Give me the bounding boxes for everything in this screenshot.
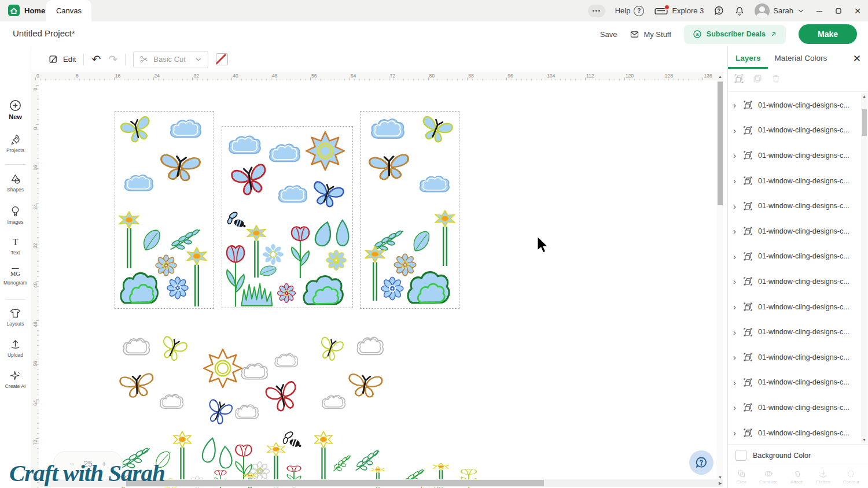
- canvas-sprite-bush[interactable]: [119, 266, 160, 305]
- user-account-menu[interactable]: Sarah: [755, 3, 805, 19]
- layer-row[interactable]: ›01-window-cling-designs-c...: [728, 345, 860, 370]
- canvas-sprite-leafdrop[interactable]: [330, 217, 352, 249]
- feedback-icon[interactable]: [713, 5, 724, 16]
- tab-material-colors[interactable]: Material Colors: [775, 54, 827, 62]
- duplicate-icon[interactable]: [752, 73, 763, 84]
- expand-chevron-icon[interactable]: ›: [733, 201, 738, 211]
- scroll-right-arrow-icon[interactable]: ▶: [719, 481, 722, 485]
- close-panel-icon[interactable]: ✕: [853, 54, 861, 64]
- close-window-button[interactable]: ✕: [853, 6, 862, 16]
- canvas-sprite-cloud[interactable]: [159, 391, 184, 411]
- scroll-down-arrow-icon[interactable]: ▼: [862, 438, 866, 442]
- canvas-sprite-butterfly[interactable]: [202, 393, 236, 429]
- sidebar-item-shapes[interactable]: Shapes: [0, 173, 31, 193]
- machine-selector[interactable]: Explore 3: [654, 6, 704, 15]
- expand-chevron-icon[interactable]: ›: [733, 352, 738, 362]
- canvas-sprite-butterfly[interactable]: [345, 368, 386, 401]
- layer-row[interactable]: ›01-window-cling-designs-c...: [728, 244, 860, 269]
- canvas-sprite-cloud[interactable]: [267, 140, 301, 164]
- tab-layers[interactable]: Layers: [735, 54, 761, 62]
- save-button[interactable]: Save: [600, 30, 617, 39]
- canvas-sprite-cloud[interactable]: [321, 392, 346, 411]
- layer-row[interactable]: ›01-window-cling-designs-c...: [728, 370, 860, 395]
- canvas-sprite-sun[interactable]: [203, 348, 243, 389]
- layer-row[interactable]: ›01-window-cling-designs-c...: [728, 294, 860, 320]
- layer-row[interactable]: ›01-window-cling-designs-c...: [728, 93, 860, 118]
- canvas-sprite-leaf[interactable]: [139, 227, 164, 254]
- sidebar-item-images[interactable]: Images: [0, 205, 31, 225]
- expand-chevron-icon[interactable]: ›: [733, 125, 738, 135]
- canvas-sprite-butterfly[interactable]: [365, 148, 413, 184]
- panel-scrollbar[interactable]: ▲ ▼: [861, 93, 867, 443]
- notifications-bell-icon[interactable]: [734, 6, 745, 16]
- canvas-sprite-cloud[interactable]: [273, 350, 299, 369]
- scrollbar-thumb[interactable]: [126, 480, 544, 486]
- flatten-button[interactable]: Flatten: [816, 465, 830, 487]
- canvas-sprite-daisy[interactable]: [325, 249, 348, 272]
- sidebar-item-new[interactable]: New: [0, 99, 31, 120]
- sidebar-item-text[interactable]: Text: [0, 236, 31, 256]
- minimize-button[interactable]: ─: [815, 6, 824, 16]
- make-button[interactable]: Make: [799, 24, 857, 44]
- sidebar-item-monogram[interactable]: Monogram: [0, 266, 31, 286]
- canvas-sprite-bush[interactable]: [302, 269, 345, 306]
- combine-button[interactable]: Combine: [759, 465, 778, 487]
- canvas-sprite-cloud[interactable]: [122, 334, 150, 357]
- expand-chevron-icon[interactable]: ›: [733, 402, 738, 412]
- canvas-sprite-cloud[interactable]: [277, 182, 308, 205]
- sidebar-item-create-ai[interactable]: Create AI: [0, 369, 31, 389]
- maximize-button[interactable]: [834, 8, 843, 14]
- layer-row[interactable]: ›01-window-cling-designs-c...: [728, 118, 860, 143]
- layer-row[interactable]: ›01-window-cling-designs-c...: [728, 420, 860, 444]
- canvas-sprite-cloud[interactable]: [240, 360, 269, 382]
- scrollbar-thumb[interactable]: [718, 82, 723, 205]
- canvas-tab[interactable]: Canvas: [46, 0, 91, 21]
- expand-chevron-icon[interactable]: ›: [733, 428, 738, 438]
- expand-chevron-icon[interactable]: ›: [733, 252, 738, 261]
- layer-row[interactable]: ›01-window-cling-designs-c...: [728, 193, 860, 219]
- canvas-vertical-scrollbar[interactable]: [716, 80, 723, 479]
- expand-chevron-icon[interactable]: ›: [733, 378, 738, 387]
- expand-chevron-icon[interactable]: ›: [733, 150, 738, 160]
- layer-row[interactable]: ›01-window-cling-designs-c...: [728, 269, 860, 294]
- scroll-up-arrow-icon[interactable]: ▲: [718, 75, 722, 79]
- contour-button[interactable]: Contour: [843, 465, 859, 487]
- my-stuff-button[interactable]: My Stuff: [630, 29, 671, 39]
- sidebar-item-layouts[interactable]: Layouts: [0, 307, 31, 327]
- linetype-dropdown[interactable]: Basic Cut: [133, 51, 208, 68]
- color-swatch-button[interactable]: [216, 53, 228, 65]
- project-title[interactable]: Untitled Project*: [13, 28, 75, 38]
- canvas-sprite-leaf[interactable]: [409, 229, 433, 255]
- canvas-sprite-cloud[interactable]: [234, 401, 259, 421]
- layer-row[interactable]: ›01-window-cling-designs-c...: [728, 219, 860, 244]
- expand-chevron-icon[interactable]: ›: [733, 176, 738, 186]
- background-color-checkbox[interactable]: [735, 450, 746, 461]
- attach-button[interactable]: Attach: [790, 465, 804, 487]
- canvas-sprite-cloud[interactable]: [123, 171, 154, 193]
- canvas-sprite-sun[interactable]: [305, 131, 345, 171]
- canvas-sprite-butterfly[interactable]: [156, 148, 204, 185]
- canvas-sprite-bush[interactable]: [406, 265, 451, 305]
- scroll-down-arrow-icon[interactable]: ▼: [718, 475, 722, 479]
- home-tab[interactable]: Home: [8, 5, 45, 16]
- edit-button[interactable]: Edit: [48, 54, 76, 65]
- canvas-sprite-butterfly[interactable]: [315, 331, 347, 365]
- expand-chevron-icon[interactable]: ›: [733, 327, 738, 337]
- canvas-sprite-cloud[interactable]: [418, 172, 450, 194]
- canvas-sprite-cloud[interactable]: [227, 132, 262, 156]
- canvas-sprite-branch[interactable]: [332, 453, 352, 473]
- delete-icon[interactable]: [771, 73, 781, 84]
- layer-row[interactable]: ›01-window-cling-designs-c...: [728, 143, 860, 168]
- expand-chevron-icon[interactable]: ›: [733, 226, 738, 236]
- layer-row[interactable]: ›01-window-cling-designs-c...: [728, 319, 860, 345]
- canvas-sprite-cloud[interactable]: [355, 333, 384, 357]
- canvas-viewport[interactable]: [39, 80, 716, 488]
- help-fab-button[interactable]: [689, 450, 713, 475]
- canvas-sprite-daffodil[interactable]: [433, 209, 457, 267]
- canvas-sprite-daisy[interactable]: [276, 282, 297, 304]
- layer-row[interactable]: ›01-window-cling-designs-c...: [728, 395, 860, 420]
- layer-row[interactable]: ›01-window-cling-designs-c...: [728, 168, 860, 194]
- scroll-up-arrow-icon[interactable]: ▲: [862, 94, 866, 98]
- canvas-sprite-butterfly[interactable]: [116, 368, 158, 402]
- slice-button[interactable]: Slice: [737, 465, 746, 487]
